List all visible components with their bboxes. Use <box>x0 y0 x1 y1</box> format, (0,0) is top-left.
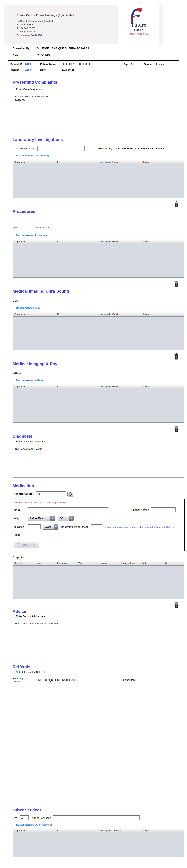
recommended-procedures-link[interactable]: Recommended Procedures <box>16 234 187 237</box>
consulted-by-label: Consulted By <box>13 47 34 50</box>
drug-entry-box: Please select the Drug from Drug suggess… <box>8 499 185 551</box>
company-name-rest: Future Holdings (Pty) Limited <box>36 13 74 17</box>
trash-icon <box>174 426 179 432</box>
advice-textarea[interactable]: ROUTINE GYNAE EXAM EVERY YEARS <box>13 619 184 657</box>
drug-input[interactable] <box>28 507 108 512</box>
delete-uss-button[interactable] <box>174 353 179 360</box>
special-notes-input[interactable] <box>151 507 176 512</box>
column-header-way: Way <box>77 561 98 565</box>
consultant-input[interactable] <box>141 678 187 683</box>
delete-lab-button[interactable] <box>174 201 179 208</box>
reffering-doctor-input[interactable] <box>32 678 80 683</box>
section-title-medication: Medication <box>13 484 187 488</box>
column-header-department: Department <box>13 160 55 164</box>
per-meal-label: Drugs/Tablets per meal : <box>61 525 89 528</box>
drug-suggestion-notice: Please select the Drug from Drug suggess… <box>14 501 184 504</box>
fraction-note: Please add as decimal numbers when addin… <box>105 526 184 528</box>
diagnosis-textarea[interactable]: NORMAL BREAST EXAM <box>13 444 184 477</box>
delete-procedures-button[interactable] <box>174 281 179 287</box>
other-services-table: Department ID Investigation / Service St… <box>13 828 184 857</box>
delete-xray-button[interactable] <box>174 426 179 432</box>
section-title-advice: Advice <box>13 609 187 614</box>
per-meal-input[interactable] <box>91 524 102 529</box>
frequency-select[interactable]: OD ▼ <box>58 516 74 521</box>
reffering-doctor-label: Reffering Doctor <box>13 677 30 683</box>
drug-label: Drug <box>14 508 25 512</box>
column-header-investigation: Investigation/Service <box>98 312 141 316</box>
section-title-xray: Medical Imaging X-Ray <box>13 362 187 366</box>
future-care-f-icon <box>127 7 143 24</box>
section-title-procedures: Procedures <box>13 209 187 214</box>
procedures-qty-input[interactable] <box>20 225 30 230</box>
xray-table-body[interactable] <box>13 389 184 422</box>
column-header-duration: Duration <box>98 561 119 565</box>
section-title-laboratory: Laboratory Investigations <box>13 137 187 142</box>
column-header-investigation: Investigation / Service <box>98 828 141 833</box>
column-header-id: ID <box>55 384 98 389</box>
column-header-status: Status <box>141 240 184 244</box>
add-drug-button[interactable]: + Add Drug <box>14 541 39 548</box>
other-services-qty-row: Qty : Other Services : <box>13 815 187 821</box>
other-services-input[interactable] <box>53 815 140 820</box>
consulted-by-row: Consulted By:Dr. LEONEL ENRIQUE GUERRA R… <box>13 47 187 50</box>
duration-row: Duration : Day/s ▼ Drugs/Tablets per mea… <box>14 524 184 530</box>
trash-icon <box>174 201 179 208</box>
recommended-other-services-link[interactable]: Recommended Other Services <box>16 823 187 826</box>
way-qty-input[interactable] <box>76 516 85 521</box>
column-header-department: Department <box>13 312 55 316</box>
visit-date-group: Date:2024-10-25 <box>40 68 177 71</box>
uss-table-body[interactable] <box>13 317 184 350</box>
meal-timing-select[interactable]: Before Meal ▼ <box>28 516 55 521</box>
other-services-table-body[interactable] <box>13 833 184 857</box>
patient-id-group: Patient ID:8429 <box>10 63 40 66</box>
chevron-down-icon: ▼ <box>69 516 73 521</box>
company-number: Company No.8417652-2 <box>17 34 118 37</box>
uss-row: USS : <box>13 298 187 304</box>
visit-id-label: Visit ID <box>10 68 23 71</box>
complaints-textarea[interactable]: BREAST USS REPORT TODAY BI-RASD 1 <box>13 92 184 128</box>
duration-type-select[interactable]: Day/s ▼ <box>43 524 58 530</box>
trash-icon <box>174 281 179 287</box>
prescription-id-label: Prescription ID : <box>13 492 34 495</box>
recommended-lab-testings-link[interactable]: Recommended Lab Testings <box>16 154 187 157</box>
xray-input[interactable] <box>25 371 184 376</box>
company-email: E: jude@future.sc <box>17 30 118 34</box>
duration-input[interactable] <box>28 524 41 529</box>
delete-drug-button[interactable] <box>174 602 179 609</box>
column-header-qty: Qty <box>162 561 184 565</box>
uss-input[interactable] <box>22 298 184 303</box>
reffered-by-label: Reffered By : <box>98 147 114 150</box>
lab-investigation-input[interactable] <box>37 146 85 151</box>
company-name-main: Future Care <box>17 13 32 17</box>
column-header-frequency: Fequency <box>55 561 77 565</box>
recommended-uss-link[interactable]: Recommended USS <box>16 307 187 309</box>
prescription-id-input[interactable] <box>36 491 66 496</box>
refferal-list-box[interactable] <box>19 686 184 801</box>
procedures-table-body[interactable] <box>13 244 184 277</box>
column-header-id: ID <box>55 240 98 244</box>
frequency-value: OD <box>58 516 69 521</box>
procedures-input[interactable] <box>53 225 184 230</box>
heart-icon: ♥ <box>138 30 139 32</box>
column-header-department: Department <box>13 828 55 833</box>
lab-table-body[interactable] <box>13 164 184 197</box>
drug-list-header: Drug ID Drug Fequency Way Duration Durat… <box>13 561 184 565</box>
clinic-header: Future Care by Future Holdings (Pty) Lim… <box>4 5 163 44</box>
complaints-label: Enter Complaints Here <box>16 88 187 91</box>
visit-date-value: 2024-10-25 <box>61 68 74 71</box>
company-details: Le Chainter,Victoria,Mahe,Seychelles T: … <box>17 19 118 37</box>
drug-list-body[interactable] <box>13 565 184 599</box>
procedures-table: Department ID Investigation/Service Stat… <box>13 239 184 278</box>
patient-name-group: Patient Name:EFFIE HEATHER LEMIEL <box>40 63 124 66</box>
other-services-qty-input[interactable] <box>20 815 29 820</box>
consultant-label: Consultant <box>123 679 135 682</box>
column-header-investigation: Investigation/Service <box>98 240 141 244</box>
refferal-row: Reffering Doctor Consultant <box>13 677 187 683</box>
column-header-status: Status <box>141 160 184 164</box>
column-header-drug: Drug <box>34 561 55 565</box>
date-label: Date <box>13 54 34 57</box>
refresh-prescription-button[interactable] <box>67 491 73 497</box>
consultation-report-page: Future Care by Future Holdings (Pty) Lim… <box>0 0 187 857</box>
column-header-drug-id: Drug ID <box>13 561 34 565</box>
recommended-xray-link[interactable]: Recommended X-Rays <box>16 379 187 382</box>
